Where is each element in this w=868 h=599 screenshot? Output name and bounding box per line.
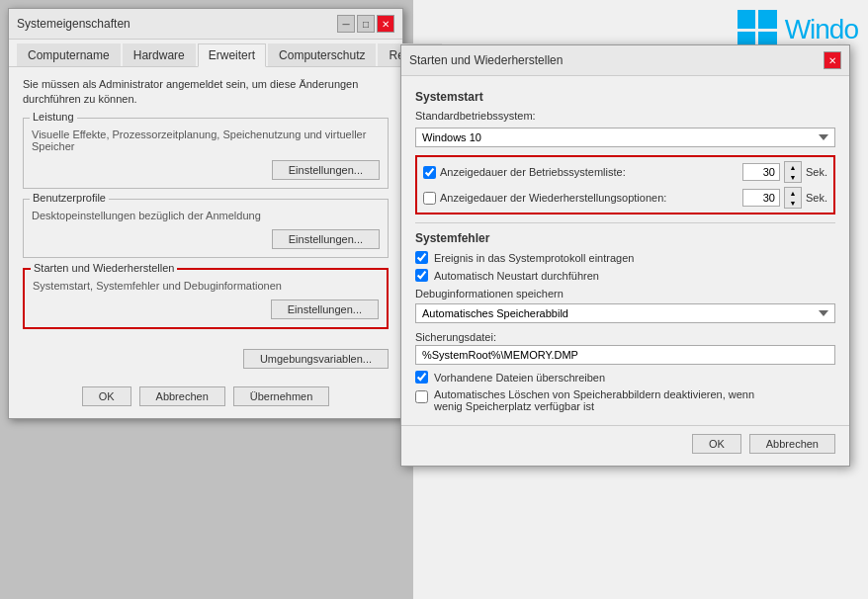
start-dialog-bottom: OK Abbrechen <box>401 425 849 466</box>
vorhandene-label: Vorhandene Dateien überschreiben <box>434 372 605 384</box>
windows-logo-icon <box>738 10 777 49</box>
tab-erweitert[interactable]: Erweitert <box>198 43 266 67</box>
sysprop-title: Systemeigenschaften <box>17 17 130 31</box>
sysprop-titlebar: Systemeigenschaften ─ □ ✕ <box>9 9 402 40</box>
highlighted-rows: Anzeigedauer der Betriebssystemliste: ▲ … <box>415 155 835 214</box>
maximize-button[interactable]: □ <box>357 15 375 33</box>
vorhandene-checkbox[interactable] <box>415 371 428 384</box>
leistung-section: Leistung Visuelle Effekte, Prozessorzeit… <box>23 118 389 189</box>
anzeigedauer-os-input[interactable] <box>742 163 780 181</box>
leistung-label: Leistung <box>30 111 77 123</box>
anzeigedauer-os-spinbox: ▲ ▼ Sek. <box>742 161 827 183</box>
sysprop-ok-button[interactable]: OK <box>82 386 131 406</box>
start-cancel-button[interactable]: Abbrechen <box>749 434 835 454</box>
ereignis-checkbox[interactable] <box>415 251 428 264</box>
vorhandene-row: Vorhandene Dateien überschreiben <box>415 371 835 384</box>
divider-1 <box>415 222 835 223</box>
ereignis-label: Ereignis in das Systemprotokoll eintrage… <box>434 252 634 264</box>
debug-dropdown[interactable]: Automatisches Speicherabbild <box>415 303 835 323</box>
neustart-row: Automatisch Neustart durchführen <box>415 269 835 282</box>
standardos-label: Standardbetriebssystem: <box>415 110 835 122</box>
start-ok-button[interactable]: OK <box>692 434 741 454</box>
anzeigedauer-recovery-spinbox: ▲ ▼ Sek. <box>742 187 827 209</box>
start-title: Starten und Wiederherstellen <box>409 53 563 67</box>
sysprop-apply-button[interactable]: Übernehmen <box>233 386 330 406</box>
autodelete-label: Automatisches Löschen von Speicherabbild… <box>434 388 754 412</box>
anzeigedauer-recovery-arrows: ▲ ▼ <box>784 187 802 209</box>
windows-logo-area: Windo <box>738 10 858 49</box>
anzeigedauer-os-up[interactable]: ▲ <box>785 162 801 172</box>
anzeigedauer-recovery-checkbox[interactable] <box>423 192 436 205</box>
starten-label: Starten und Wiederherstellen <box>31 262 177 274</box>
leistung-settings-button[interactable]: Einstellungen... <box>272 160 380 180</box>
minimize-button[interactable]: ─ <box>337 15 355 33</box>
anzeigedauer-os-label: Anzeigedauer der Betriebssystemliste: <box>440 166 738 178</box>
ereignis-row: Ereignis in das Systemprotokoll eintrage… <box>415 251 835 264</box>
anzeigedauer-os-checkbox[interactable] <box>423 166 436 179</box>
anzeigedauer-os-arrows: ▲ ▼ <box>784 161 802 183</box>
neustart-checkbox[interactable] <box>415 269 428 282</box>
starten-desc: Systemstart, Systemfehler und Debuginfor… <box>33 280 379 292</box>
sysprop-body: Sie müssen als Administrator angemeldet … <box>9 67 402 349</box>
sicherung-label: Sicherungsdatei: <box>415 331 835 343</box>
tabs-row: Computername Hardware Erweitert Computer… <box>9 40 402 67</box>
autodelete-checkbox[interactable] <box>415 390 428 403</box>
sysprop-bottom-row: OK Abbrechen Übernehmen <box>9 379 402 418</box>
benutzerprofile-desc: Desktopeinstellungen bezüglich der Anmel… <box>32 210 380 221</box>
standardos-dropdown[interactable]: Windows 10 <box>415 128 835 147</box>
start-titlebar: Starten und Wiederherstellen ✕ <box>401 45 849 76</box>
anzeigedauer-recovery-input[interactable] <box>742 189 780 207</box>
tab-computerschutz[interactable]: Computerschutz <box>268 43 376 66</box>
starten-section: Starten und Wiederherstellen Systemstart… <box>23 268 389 329</box>
close-button[interactable]: ✕ <box>377 15 394 33</box>
titlebar-controls: ─ □ ✕ <box>337 15 394 33</box>
anzeigedauer-recovery-down[interactable]: ▼ <box>785 198 801 208</box>
anzeigedauer-recovery-up[interactable]: ▲ <box>785 188 801 198</box>
benutzerprofile-section: Benutzerprofile Desktopeinstellungen bez… <box>23 199 389 258</box>
sysprop-cancel-button[interactable]: Abbrechen <box>139 386 225 406</box>
benutzerprofile-label: Benutzerprofile <box>30 192 109 204</box>
tab-computername[interactable]: Computername <box>17 43 121 66</box>
start-titlebar-controls: ✕ <box>824 51 841 69</box>
umgebung-row: Umgebungsvariablen... <box>9 349 402 379</box>
debug-label: Debuginformationen speichern <box>415 288 835 300</box>
windows-logo-text: Windo <box>785 14 858 45</box>
umgebung-button[interactable]: Umgebungsvariablen... <box>243 349 389 369</box>
systemfehler-header: Systemfehler <box>415 231 835 245</box>
sysprop-dialog: Systemeigenschaften ─ □ ✕ Computername H… <box>8 8 403 419</box>
autodelete-row: Automatisches Löschen von Speicherabbild… <box>415 388 835 412</box>
start-dialog: Starten und Wiederherstellen ✕ Systemsta… <box>400 44 850 467</box>
neustart-label: Automatisch Neustart durchführen <box>434 270 599 282</box>
starten-settings-button[interactable]: Einstellungen... <box>271 300 379 319</box>
systemstart-header: Systemstart <box>415 90 835 104</box>
sysprop-desc: Sie müssen als Administrator angemeldet … <box>23 77 389 108</box>
standardos-row: Standardbetriebssystem: <box>415 110 835 122</box>
benutzerprofile-settings-button[interactable]: Einstellungen... <box>272 229 380 249</box>
start-dialog-body: Systemstart Standardbetriebssystem: Wind… <box>401 76 849 425</box>
anzeigedauer-os-down[interactable]: ▼ <box>785 172 801 182</box>
start-close-button[interactable]: ✕ <box>824 51 841 69</box>
tab-hardware[interactable]: Hardware <box>123 43 196 66</box>
anzeigedauer-recovery-label: Anzeigedauer der Wiederherstellungsoptio… <box>440 192 738 204</box>
leistung-desc: Visuelle Effekte, Prozessorzeitplanung, … <box>32 128 380 152</box>
anzeigedauer-os-unit: Sek. <box>806 166 827 178</box>
sicherung-input[interactable] <box>415 345 835 365</box>
anzeigedauer-recovery-unit: Sek. <box>806 192 827 204</box>
